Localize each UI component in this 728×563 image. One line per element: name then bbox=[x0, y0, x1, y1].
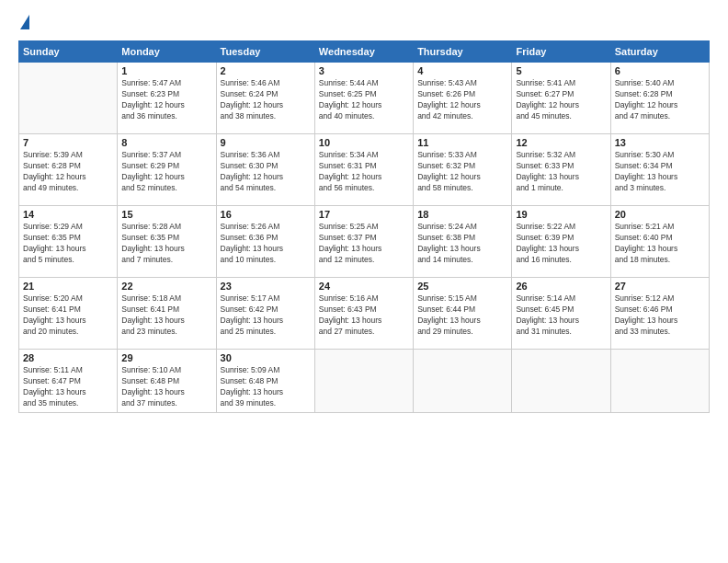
day-info: Sunrise: 5:46 AMSunset: 6:24 PMDaylight:… bbox=[221, 78, 311, 122]
day-info: Sunrise: 5:34 AMSunset: 6:31 PMDaylight:… bbox=[319, 150, 409, 194]
day-number: 14 bbox=[23, 209, 113, 220]
day-cell: 1Sunrise: 5:47 AMSunset: 6:23 PMDaylight… bbox=[118, 63, 216, 134]
day-number: 27 bbox=[615, 281, 705, 292]
col-header-tuesday: Tuesday bbox=[216, 41, 314, 63]
day-cell: 8Sunrise: 5:37 AMSunset: 6:29 PMDaylight… bbox=[118, 134, 216, 206]
day-info: Sunrise: 5:09 AMSunset: 6:48 PMDaylight:… bbox=[221, 365, 311, 409]
day-number: 1 bbox=[121, 65, 211, 76]
day-number: 28 bbox=[23, 352, 113, 363]
day-info: Sunrise: 5:20 AMSunset: 6:41 PMDaylight:… bbox=[23, 293, 113, 338]
week-row-1: 1Sunrise: 5:47 AMSunset: 6:23 PMDaylight… bbox=[19, 63, 710, 134]
day-info: Sunrise: 5:44 AMSunset: 6:25 PMDaylight:… bbox=[319, 78, 409, 122]
day-number: 26 bbox=[516, 281, 606, 292]
day-info: Sunrise: 5:14 AMSunset: 6:45 PMDaylight:… bbox=[516, 293, 606, 338]
day-number: 18 bbox=[417, 209, 507, 220]
day-cell: 3Sunrise: 5:44 AMSunset: 6:25 PMDaylight… bbox=[314, 63, 413, 134]
day-number: 19 bbox=[516, 209, 606, 220]
day-info: Sunrise: 5:32 AMSunset: 6:33 PMDaylight:… bbox=[516, 150, 606, 194]
day-cell: 29Sunrise: 5:10 AMSunset: 6:48 PMDayligh… bbox=[118, 350, 216, 413]
day-cell bbox=[610, 350, 709, 413]
day-cell: 6Sunrise: 5:40 AMSunset: 6:28 PMDaylight… bbox=[610, 63, 709, 134]
day-info: Sunrise: 5:29 AMSunset: 6:35 PMDaylight:… bbox=[23, 222, 113, 266]
day-cell: 12Sunrise: 5:32 AMSunset: 6:33 PMDayligh… bbox=[512, 134, 610, 206]
day-cell: 27Sunrise: 5:12 AMSunset: 6:46 PMDayligh… bbox=[610, 278, 709, 350]
col-header-thursday: Thursday bbox=[414, 41, 512, 63]
day-cell bbox=[414, 350, 512, 413]
day-cell bbox=[314, 350, 413, 413]
day-info: Sunrise: 5:24 AMSunset: 6:38 PMDaylight:… bbox=[417, 222, 507, 266]
day-number: 24 bbox=[319, 281, 409, 292]
day-info: Sunrise: 5:26 AMSunset: 6:36 PMDaylight:… bbox=[221, 222, 311, 266]
day-cell bbox=[19, 63, 118, 134]
day-cell: 9Sunrise: 5:36 AMSunset: 6:30 PMDaylight… bbox=[216, 134, 314, 206]
day-cell: 14Sunrise: 5:29 AMSunset: 6:35 PMDayligh… bbox=[19, 206, 118, 278]
day-cell: 11Sunrise: 5:33 AMSunset: 6:32 PMDayligh… bbox=[414, 134, 512, 206]
day-number: 2 bbox=[221, 65, 311, 76]
logo bbox=[18, 15, 29, 31]
day-number: 3 bbox=[319, 65, 409, 76]
col-header-sunday: Sunday bbox=[19, 41, 118, 63]
day-number: 8 bbox=[121, 137, 211, 148]
day-info: Sunrise: 5:10 AMSunset: 6:48 PMDaylight:… bbox=[121, 365, 211, 409]
day-cell: 26Sunrise: 5:14 AMSunset: 6:45 PMDayligh… bbox=[512, 278, 610, 350]
week-row-3: 14Sunrise: 5:29 AMSunset: 6:35 PMDayligh… bbox=[19, 206, 710, 278]
day-number: 17 bbox=[319, 209, 409, 220]
day-info: Sunrise: 5:43 AMSunset: 6:26 PMDaylight:… bbox=[417, 78, 507, 122]
day-number: 12 bbox=[516, 137, 606, 148]
day-number: 4 bbox=[417, 65, 507, 76]
day-number: 29 bbox=[121, 352, 211, 363]
day-cell: 15Sunrise: 5:28 AMSunset: 6:35 PMDayligh… bbox=[118, 206, 216, 278]
day-info: Sunrise: 5:39 AMSunset: 6:28 PMDaylight:… bbox=[23, 150, 113, 194]
day-cell: 18Sunrise: 5:24 AMSunset: 6:38 PMDayligh… bbox=[414, 206, 512, 278]
day-number: 10 bbox=[319, 137, 409, 148]
day-info: Sunrise: 5:15 AMSunset: 6:44 PMDaylight:… bbox=[417, 293, 507, 338]
col-header-saturday: Saturday bbox=[610, 41, 709, 63]
day-cell: 28Sunrise: 5:11 AMSunset: 6:47 PMDayligh… bbox=[19, 350, 118, 413]
day-cell: 5Sunrise: 5:41 AMSunset: 6:27 PMDaylight… bbox=[512, 63, 610, 134]
day-info: Sunrise: 5:18 AMSunset: 6:41 PMDaylight:… bbox=[121, 293, 211, 338]
day-cell: 25Sunrise: 5:15 AMSunset: 6:44 PMDayligh… bbox=[414, 278, 512, 350]
col-header-wednesday: Wednesday bbox=[314, 41, 413, 63]
day-cell: 19Sunrise: 5:22 AMSunset: 6:39 PMDayligh… bbox=[512, 206, 610, 278]
day-number: 13 bbox=[615, 137, 705, 148]
day-cell: 2Sunrise: 5:46 AMSunset: 6:24 PMDaylight… bbox=[216, 63, 314, 134]
col-header-friday: Friday bbox=[512, 41, 610, 63]
day-number: 9 bbox=[221, 137, 311, 148]
logo-triangle-icon bbox=[20, 15, 29, 29]
day-cell: 10Sunrise: 5:34 AMSunset: 6:31 PMDayligh… bbox=[314, 134, 413, 206]
day-info: Sunrise: 5:40 AMSunset: 6:28 PMDaylight:… bbox=[615, 78, 705, 122]
day-cell: 22Sunrise: 5:18 AMSunset: 6:41 PMDayligh… bbox=[118, 278, 216, 350]
day-number: 20 bbox=[615, 209, 705, 220]
day-number: 5 bbox=[516, 65, 606, 76]
day-info: Sunrise: 5:22 AMSunset: 6:39 PMDaylight:… bbox=[516, 222, 606, 266]
day-number: 30 bbox=[221, 352, 311, 363]
header-row: SundayMondayTuesdayWednesdayThursdayFrid… bbox=[19, 41, 710, 63]
day-cell: 16Sunrise: 5:26 AMSunset: 6:36 PMDayligh… bbox=[216, 206, 314, 278]
day-number: 21 bbox=[23, 281, 113, 292]
header bbox=[18, 15, 710, 31]
day-info: Sunrise: 5:30 AMSunset: 6:34 PMDaylight:… bbox=[615, 150, 705, 194]
day-cell: 17Sunrise: 5:25 AMSunset: 6:37 PMDayligh… bbox=[314, 206, 413, 278]
calendar-table: SundayMondayTuesdayWednesdayThursdayFrid… bbox=[18, 40, 710, 413]
day-info: Sunrise: 5:33 AMSunset: 6:32 PMDaylight:… bbox=[417, 150, 507, 194]
day-number: 15 bbox=[121, 209, 211, 220]
day-number: 6 bbox=[615, 65, 705, 76]
day-number: 7 bbox=[23, 137, 113, 148]
day-number: 22 bbox=[121, 281, 211, 292]
day-info: Sunrise: 5:17 AMSunset: 6:42 PMDaylight:… bbox=[221, 293, 311, 338]
day-number: 23 bbox=[221, 281, 311, 292]
day-number: 25 bbox=[417, 281, 507, 292]
day-info: Sunrise: 5:36 AMSunset: 6:30 PMDaylight:… bbox=[221, 150, 311, 194]
day-cell: 24Sunrise: 5:16 AMSunset: 6:43 PMDayligh… bbox=[314, 278, 413, 350]
day-cell: 7Sunrise: 5:39 AMSunset: 6:28 PMDaylight… bbox=[19, 134, 118, 206]
day-info: Sunrise: 5:16 AMSunset: 6:43 PMDaylight:… bbox=[319, 293, 409, 338]
week-row-5: 28Sunrise: 5:11 AMSunset: 6:47 PMDayligh… bbox=[19, 350, 710, 413]
day-info: Sunrise: 5:25 AMSunset: 6:37 PMDaylight:… bbox=[319, 222, 409, 266]
day-info: Sunrise: 5:28 AMSunset: 6:35 PMDaylight:… bbox=[121, 222, 211, 266]
week-row-2: 7Sunrise: 5:39 AMSunset: 6:28 PMDaylight… bbox=[19, 134, 710, 206]
day-info: Sunrise: 5:21 AMSunset: 6:40 PMDaylight:… bbox=[615, 222, 705, 266]
week-row-4: 21Sunrise: 5:20 AMSunset: 6:41 PMDayligh… bbox=[19, 278, 710, 350]
day-cell: 4Sunrise: 5:43 AMSunset: 6:26 PMDaylight… bbox=[414, 63, 512, 134]
page: SundayMondayTuesdayWednesdayThursdayFrid… bbox=[0, 0, 728, 563]
day-cell: 30Sunrise: 5:09 AMSunset: 6:48 PMDayligh… bbox=[216, 350, 314, 413]
